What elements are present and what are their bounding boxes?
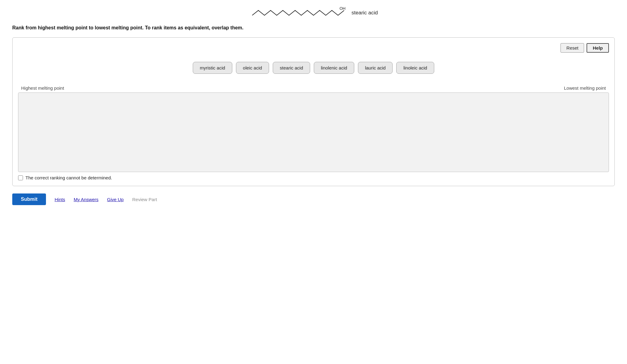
help-button[interactable]: Help	[587, 43, 609, 53]
draggable-item-linoleic-acid[interactable]: linoleic acid	[396, 62, 434, 74]
lowest-melting-point-label: Lowest melting point	[564, 85, 606, 91]
review-part-link: Review Part	[132, 197, 157, 202]
drop-zone-inner[interactable]	[18, 92, 609, 172]
ranking-container: Reset Help myristic acidoleic acidsteari…	[12, 37, 615, 186]
cannot-determine-checkbox[interactable]	[18, 175, 23, 180]
submit-button[interactable]: Submit	[12, 193, 46, 205]
action-bar: Submit Hints My Answers Give Up Review P…	[12, 193, 615, 205]
drop-zone-labels: Highest melting point Lowest melting poi…	[18, 83, 609, 92]
molecule-label: stearic acid	[352, 10, 378, 16]
draggable-item-linolenic-acid[interactable]: linolenic acid	[314, 62, 354, 74]
reset-button[interactable]: Reset	[560, 43, 584, 53]
items-area: myristic acidoleic acidstearic acidlinol…	[18, 62, 609, 74]
my-answers-button[interactable]: My Answers	[74, 197, 98, 202]
draggable-item-oleic-acid[interactable]: oleic acid	[236, 62, 269, 74]
highest-melting-point-label: Highest melting point	[21, 85, 64, 91]
give-up-button[interactable]: Give Up	[107, 197, 124, 202]
molecule-header: OH stearic acid	[12, 6, 615, 20]
cannot-determine-label[interactable]: The correct ranking cannot be determined…	[25, 175, 112, 180]
draggable-item-stearic-acid[interactable]: stearic acid	[273, 62, 310, 74]
svg-text:OH: OH	[340, 6, 346, 11]
checkbox-row: The correct ranking cannot be determined…	[18, 175, 609, 180]
draggable-item-myristic-acid[interactable]: myristic acid	[193, 62, 232, 74]
draggable-item-lauric-acid[interactable]: lauric acid	[358, 62, 393, 74]
hints-button[interactable]: Hints	[55, 197, 65, 202]
ranking-drop-zone-wrapper: Highest melting point Lowest melting poi…	[18, 83, 609, 172]
page-wrapper: OH stearic acid Rank from highest meltin…	[0, 0, 627, 364]
molecule-structure-icon: OH	[249, 6, 347, 20]
instruction-text: Rank from highest melting point to lowes…	[12, 25, 615, 31]
top-buttons-bar: Reset Help	[18, 43, 609, 53]
